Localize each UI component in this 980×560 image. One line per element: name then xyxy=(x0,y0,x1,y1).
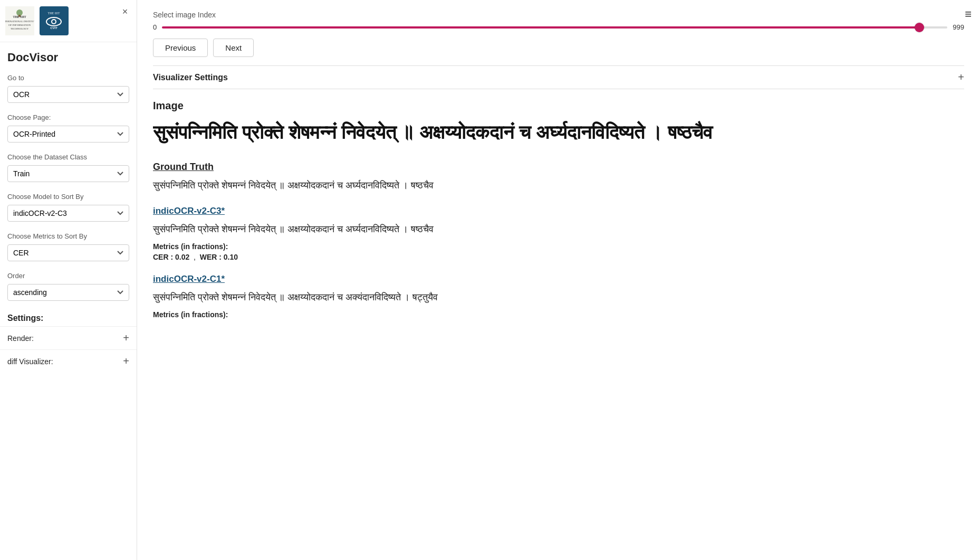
model-1-metrics-label: Metrics (in fractions): xyxy=(153,242,964,251)
diff-visualizer-label: diff Visualizer: xyxy=(7,357,53,366)
svg-text:TECHNOLOGY: TECHNOLOGY xyxy=(11,27,29,30)
visualizer-settings-bar: Visualizer Settings + xyxy=(153,65,964,89)
nav-buttons: Previous Next xyxy=(153,39,964,57)
image-index-slider[interactable] xyxy=(162,26,947,29)
slider-row: 0 999 xyxy=(153,23,964,31)
choose-model-select[interactable]: indicOCR-v2-C3 indicOCR-v2-C1 xyxy=(7,205,129,222)
image-devanagari-text: सुसंपन्निमिति प्रोक्ते शेषमन्नं निवेदयेत… xyxy=(153,119,964,146)
choose-dataset-select[interactable]: Train Test Val xyxy=(7,165,129,182)
iiit-logo: THE IIIT INTERNATIONAL INSTITUTE OF INFO… xyxy=(5,6,34,35)
model-2-metrics-label: Metrics (in fractions): xyxy=(153,310,964,319)
model-1-metrics-values: CER : 0.02 , WER : 0.10 xyxy=(153,253,964,261)
model-1-output: सुसंपन्निमिति प्रोक्ते शेषमन्नं निवेदयेत… xyxy=(153,222,964,237)
model-1-cer-label: CER : xyxy=(153,253,173,261)
diff-visualizer-row: diff Visualizer: + xyxy=(0,349,137,373)
sidebar-header: THE IIIT INTERNATIONAL INSTITUTE OF INFO… xyxy=(0,0,137,42)
choose-metrics-select[interactable]: CER WER xyxy=(7,244,129,261)
go-to-select-wrap: OCR xyxy=(0,84,137,108)
hamburger-menu-button[interactable]: ≡ xyxy=(965,7,972,21)
go-to-label: Go to xyxy=(0,69,137,84)
slider-label: Select image Index xyxy=(153,11,964,19)
choose-page-select-wrap: OCR-Printed OCR-Handwritten xyxy=(0,124,137,148)
main-content: ≡ Select image Index 0 999 Previous Next… xyxy=(137,0,980,560)
ground-truth-title: Ground Truth xyxy=(153,162,964,173)
visualizer-plus-button[interactable]: + xyxy=(958,71,964,83)
svg-rect-6 xyxy=(18,15,21,17)
order-label: Order xyxy=(0,267,137,282)
go-to-select[interactable]: OCR xyxy=(7,86,129,103)
slider-max-value: 999 xyxy=(953,23,964,31)
image-section-title: Image xyxy=(153,100,964,112)
close-button[interactable]: × xyxy=(119,5,131,18)
model-2-title[interactable]: indicOCR-v2-C1* xyxy=(153,274,964,284)
order-select[interactable]: ascending descending xyxy=(7,284,129,301)
choose-dataset-select-wrap: Train Test Val xyxy=(0,163,137,187)
svg-point-11 xyxy=(52,20,55,23)
choose-dataset-label: Choose the Dataset Class xyxy=(0,148,137,163)
choose-model-label: Choose Model to Sort By xyxy=(0,187,137,203)
choose-metrics-select-wrap: CER WER xyxy=(0,242,137,267)
previous-button[interactable]: Previous xyxy=(153,39,208,57)
svg-text:OF INFORMATION: OF INFORMATION xyxy=(8,24,31,26)
app-title: DocVisor xyxy=(0,42,137,69)
render-row: Render: + xyxy=(0,326,137,349)
model-1-wer-value: 0.10 xyxy=(224,253,238,261)
sidebar: THE IIIT INTERNATIONAL INSTITUTE OF INFO… xyxy=(0,0,137,560)
order-select-wrap: ascending descending xyxy=(0,282,137,306)
choose-page-label: Choose Page: xyxy=(0,108,137,124)
settings-title: Settings: xyxy=(0,306,137,326)
model-1-cer-value: 0.02 xyxy=(175,253,189,261)
svg-text:CVIT: CVIT xyxy=(50,26,57,30)
model-2-output: सुसंपन्निमिति प्रोक्ते शेषमन्नं निवेदयेत… xyxy=(153,290,964,305)
render-plus-button[interactable]: + xyxy=(123,332,129,344)
model-1-title[interactable]: indicOCR-v2-C3* xyxy=(153,206,964,216)
svg-text:INTERNATIONAL INSTITUTE: INTERNATIONAL INSTITUTE xyxy=(5,20,34,23)
render-label: Render: xyxy=(7,334,34,343)
choose-metrics-label: Choose Metrics to Sort By xyxy=(0,227,137,242)
slider-min-value: 0 xyxy=(153,23,157,31)
svg-text:THE IIIT: THE IIIT xyxy=(48,12,60,15)
ground-truth-text: सुसंपन्निमिति प्रोक्ते शेषमन्नं निवेदयेत… xyxy=(153,178,964,193)
next-button[interactable]: Next xyxy=(213,39,254,57)
model-1-wer-label: WER : xyxy=(200,253,222,261)
diff-visualizer-plus-button[interactable]: + xyxy=(123,355,129,367)
cvit-logo: THE IIIT CVIT xyxy=(40,6,69,35)
choose-page-select[interactable]: OCR-Printed OCR-Handwritten xyxy=(7,126,129,143)
visualizer-settings-title: Visualizer Settings xyxy=(153,73,228,82)
choose-model-select-wrap: indicOCR-v2-C3 indicOCR-v2-C1 xyxy=(0,203,137,227)
